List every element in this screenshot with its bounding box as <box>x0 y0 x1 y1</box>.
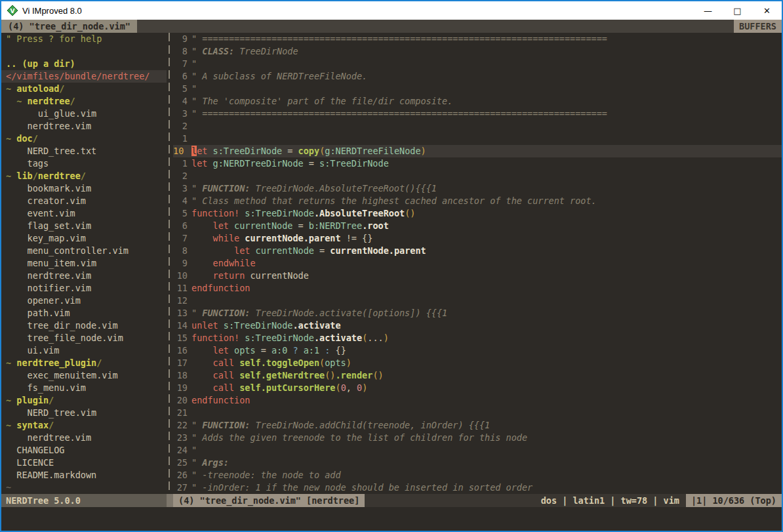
code-line[interactable]: 4" The 'composite' part of the file/dir … <box>173 95 782 108</box>
token-file: opener.vim <box>6 295 81 306</box>
tree-item[interactable]: CHANGELOG <box>6 444 167 457</box>
editor-pane[interactable]: 9" =====================================… <box>173 33 782 494</box>
code-line[interactable]: 9" =====================================… <box>173 33 782 45</box>
code-line[interactable]: 4" Class method that returns the highest… <box>173 195 782 207</box>
code-line[interactable]: 1let g:NERDTreeDirNode = s:TreeDirNode <box>173 157 782 170</box>
tree-item[interactable]: ~ nerdtree/ <box>6 95 167 108</box>
tree-item[interactable]: .. (up a dir) <box>6 58 167 70</box>
code-line[interactable]: 17 call self.toggleOpen(opts) <box>173 357 782 369</box>
token-c: " <box>191 183 202 194</box>
tree-item[interactable]: ~ nerdtree_plugin/ <box>6 357 167 369</box>
tree-root-item[interactable]: </vimfiles/bundle/nerdtree/ <box>1 70 167 83</box>
tree-item[interactable]: flag_set.vim <box>6 220 167 232</box>
code-line[interactable]: 20endfunction <box>173 394 782 407</box>
code-line[interactable]: 26" -treenode: the node to add <box>173 469 782 481</box>
tree-item[interactable]: tree_file_node.vim <box>6 332 167 344</box>
code-line[interactable]: 24" <box>173 444 782 457</box>
tree-item[interactable]: menu_controller.vim <box>6 245 167 257</box>
tree-item[interactable]: LICENCE <box>6 457 167 469</box>
token-tilde: ~ <box>6 482 11 493</box>
nerdtree-pane[interactable]: " Press ? for help.. (up a dir)</vimfile… <box>1 33 167 494</box>
tree-item[interactable]: ui.vim <box>6 344 167 357</box>
tree-item[interactable]: fs_menu.vim <box>6 382 167 394</box>
token-id: g:NERDTreeDirNode <box>213 158 304 169</box>
line-number: 1 <box>173 157 188 170</box>
tree-item[interactable]: path.vim <box>6 307 167 319</box>
code-line[interactable]: 22" FUNCTION: TreeDirNode.addChild(treen… <box>173 419 782 432</box>
tree-item[interactable]: key_map.vim <box>6 232 167 245</box>
tree-item[interactable]: ~ syntax/ <box>6 419 167 432</box>
code-line[interactable]: 15function! s:TreeDirNode.activate(...) <box>173 332 782 344</box>
code-line[interactable]: 3" =====================================… <box>173 108 782 120</box>
tree-item[interactable] <box>6 45 167 58</box>
vim-window: V Vi IMproved 8.0 — □ ✕ (4) "tree_dir_no… <box>0 0 783 532</box>
code-line[interactable]: 5function! s:TreeDirNode.AbsoluteTreeRoo… <box>173 207 782 220</box>
code-line[interactable]: 5" <box>173 83 782 95</box>
code-line[interactable]: 19 call self.putCursorHere(0, 0) <box>173 382 782 394</box>
code-line[interactable]: 13" FUNCTION: TreeDirNode.activate([opti… <box>173 307 782 319</box>
tree-item[interactable]: nerdtree.vim <box>6 270 167 282</box>
code-line[interactable]: 1 <box>173 133 782 145</box>
window-separator[interactable] <box>167 33 173 494</box>
code-line-current[interactable]: 10let s:TreeDirNode = copy(g:NERDTreeFil… <box>173 145 782 157</box>
token-id: b:NERDTree <box>309 220 362 231</box>
token-file: menu_item.vim <box>6 258 96 268</box>
tree-item[interactable]: exec_menuitem.vim <box>6 369 167 382</box>
tab-tree-dir-node[interactable]: (4) "tree_dir_node.vim" <box>1 20 137 33</box>
token-fnw: .activate <box>314 333 362 343</box>
code-line[interactable]: 11endfunction <box>173 282 782 295</box>
tree-item[interactable]: nerdtree.vim <box>6 120 167 133</box>
maximize-button[interactable]: □ <box>723 1 752 20</box>
code-line[interactable]: 3" FUNCTION: TreeDirNode.AbsoluteTreeRoo… <box>173 182 782 195</box>
close-button[interactable]: ✕ <box>752 1 782 20</box>
tree-item[interactable]: " Press ? for help <box>6 33 167 45</box>
token-par: () <box>405 208 415 218</box>
code-line[interactable]: 21 <box>173 407 782 419</box>
tree-item[interactable]: nerdtree.vim <box>6 432 167 444</box>
tree-item[interactable]: ~ plugin/ <box>6 394 167 407</box>
tree-item[interactable]: NERD_tree.vim <box>6 407 167 419</box>
code-line[interactable]: 7 while currentNode.parent != {} <box>173 232 782 245</box>
code-line[interactable]: 18 call self.getNerdtree().render() <box>173 369 782 382</box>
tree-item[interactable]: creator.vim <box>6 195 167 207</box>
tree-item[interactable]: bookmark.vim <box>6 182 167 195</box>
token-file: nerdtree.vim <box>6 270 91 281</box>
tree-item[interactable]: ~ <box>6 481 167 494</box>
code-line[interactable]: 14unlet s:TreeDirNode.activate <box>173 319 782 332</box>
code-line[interactable]: 6" A subclass of NERDTreeFileNode. <box>173 70 782 83</box>
code-line[interactable]: 8" CLASS: TreeDirNode <box>173 45 782 58</box>
code-line[interactable]: 10 return currentNode <box>173 270 782 282</box>
tree-item[interactable]: ~ autoload/ <box>6 83 167 95</box>
code-line[interactable]: 2 <box>173 170 782 182</box>
tree-item[interactable]: opener.vim <box>6 295 167 307</box>
code-line[interactable]: 7" <box>173 58 782 70</box>
code-line[interactable]: 27" -inOrder: 1 if the new node should b… <box>173 481 782 494</box>
line-number: 4 <box>173 95 188 108</box>
code-line[interactable]: 8 let currentNode = currentNode.parent <box>173 245 782 257</box>
code-line[interactable]: 9 endwhile <box>173 257 782 270</box>
code-line[interactable]: 16 let opts = a:0 ? a:1 : {} <box>173 344 782 357</box>
command-line[interactable] <box>1 507 782 531</box>
tree-item[interactable]: tree_dir_node.vim <box>6 319 167 332</box>
code-line[interactable]: 2 <box>173 120 782 133</box>
tree-item[interactable]: event.vim <box>6 207 167 220</box>
code-line[interactable]: 23" Adds the given treenode to the list … <box>173 432 782 444</box>
code-line[interactable]: 12 <box>173 295 782 307</box>
tree-item[interactable]: notifier.vim <box>6 282 167 295</box>
code-line[interactable]: 25" Args: <box>173 457 782 469</box>
tree-item[interactable]: ui_glue.vim <box>6 108 167 120</box>
code-line[interactable]: 6 let currentNode = b:NERDTree.root <box>173 220 782 232</box>
tree-item[interactable]: ~ lib/nerdtree/ <box>6 170 167 182</box>
token-pl <box>191 220 213 231</box>
tree-item[interactable]: menu_item.vim <box>6 257 167 270</box>
main-area: " Press ? for help.. (up a dir)</vimfile… <box>1 33 782 494</box>
token-dim: / <box>70 96 75 106</box>
minimize-button[interactable]: — <box>693 1 723 20</box>
line-number: 10 <box>173 270 188 282</box>
tree-item[interactable]: NERD_tree.txt <box>6 145 167 157</box>
token-file: flag_set.vim <box>6 220 91 231</box>
tree-item[interactable]: tags <box>6 157 167 170</box>
tree-item[interactable]: README.markdown <box>6 469 167 481</box>
token-kw: let <box>213 220 229 231</box>
tree-item[interactable]: ~ doc/ <box>6 133 167 145</box>
